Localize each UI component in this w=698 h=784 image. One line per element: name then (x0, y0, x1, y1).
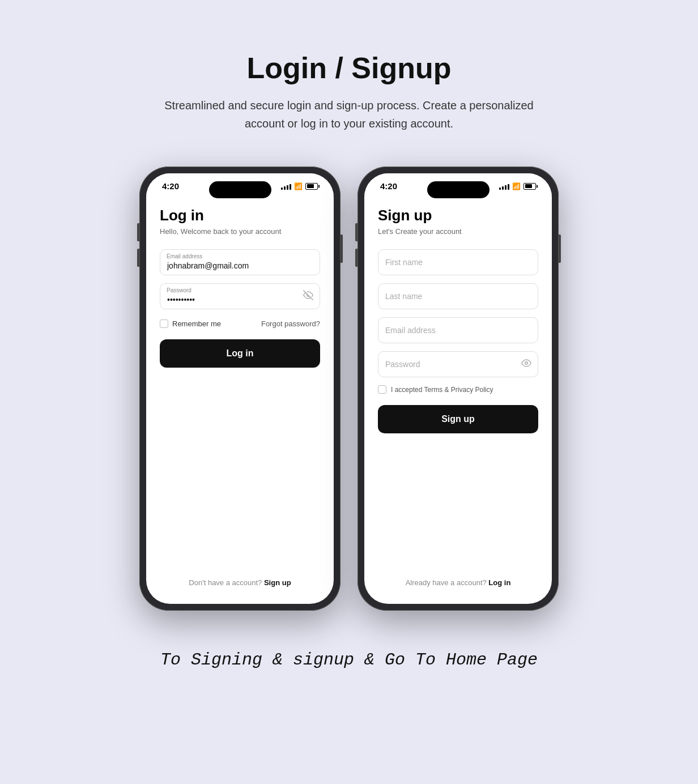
remember-me-text: Remember me (172, 319, 221, 328)
eye-hidden-icon[interactable] (303, 290, 313, 302)
remember-forgot-row: Remember me Forgot password? (160, 319, 320, 328)
wifi-icon-signup: 📶 (512, 182, 521, 190)
phones-container: 4:20 📶 (139, 167, 559, 611)
signup-bottom-text: Already have a account? Log in (378, 578, 538, 587)
page-wrapper: Login / Signup Streamlined and secure lo… (11, 23, 687, 704)
status-time-login: 4:20 (162, 181, 179, 191)
status-time-signup: 4:20 (380, 181, 397, 191)
login-bottom-text: Don't have a account? Sign up (160, 578, 320, 587)
signal-bar-1s (499, 188, 501, 190)
lastname-input-group (378, 283, 538, 309)
volume-up-btn-signup (355, 223, 357, 241)
signup-content: Sign up Let's Create your account (364, 195, 552, 604)
signup-email-input-group (378, 317, 538, 343)
page-subtitle: Streamlined and secure login and sign-up… (162, 96, 536, 133)
signal-bar-3s (505, 185, 507, 190)
battery-icon-signup (524, 183, 536, 190)
signup-password-input-group (378, 351, 538, 377)
login-screen: 4:20 📶 (146, 173, 334, 604)
signup-screen: 4:20 📶 (364, 173, 552, 604)
signal-bar-4s (508, 184, 509, 190)
password-input[interactable] (160, 283, 320, 309)
email-input[interactable] (160, 249, 320, 275)
email-input-group: Email address (160, 249, 320, 275)
battery-fill (307, 184, 314, 188)
firstname-input[interactable] (378, 249, 538, 275)
firstname-input-group (378, 249, 538, 275)
signal-icon (281, 183, 291, 190)
volume-up-btn (137, 223, 139, 241)
signal-bar-1 (281, 188, 283, 190)
remember-me-label[interactable]: Remember me (160, 319, 221, 328)
terms-text: I accepted Terms & Privacy Policy (391, 386, 493, 394)
signal-bar-2s (502, 186, 504, 190)
signup-login-link[interactable]: Log in (488, 578, 510, 587)
remember-me-checkbox[interactable] (160, 319, 168, 328)
volume-down-btn-signup (355, 249, 357, 267)
battery-fill-signup (525, 184, 533, 188)
signup-phone: 4:20 📶 (357, 167, 559, 611)
login-phone: 4:20 📶 (139, 167, 341, 611)
lastname-input[interactable] (378, 283, 538, 309)
power-btn-signup (559, 235, 561, 263)
signal-bar-4 (290, 184, 291, 190)
signup-email-input[interactable] (378, 317, 538, 343)
signal-icon-signup (499, 183, 509, 190)
signup-subheading: Let's Create your account (378, 227, 538, 236)
wifi-icon: 📶 (294, 182, 303, 190)
svg-point-1 (525, 362, 528, 365)
eye-visible-icon[interactable] (521, 358, 531, 370)
forgot-password-link[interactable]: Forgot password? (261, 319, 320, 328)
signup-heading: Sign up (378, 207, 538, 224)
login-subheading: Hello, Welcome back to your account (160, 227, 320, 236)
login-heading: Log in (160, 207, 320, 224)
signup-bottom-plain: Already have a account? (406, 578, 487, 587)
signup-button[interactable]: Sign up (378, 405, 538, 433)
signup-password-input[interactable] (378, 351, 538, 377)
signal-bar-2 (284, 186, 286, 190)
page-caption: To Signing & signup & Go To Home Page (160, 650, 538, 670)
password-input-group: Password (160, 283, 320, 309)
signal-bar-3 (287, 185, 288, 190)
status-icons-login: 📶 (281, 182, 318, 190)
login-bottom-plain: Don't have a account? (189, 578, 262, 587)
dynamic-island-signup (427, 181, 490, 198)
power-btn (341, 235, 343, 263)
dynamic-island-login (209, 181, 271, 198)
terms-checkbox[interactable] (378, 385, 386, 394)
login-signup-link[interactable]: Sign up (264, 578, 291, 587)
terms-row: I accepted Terms & Privacy Policy (378, 385, 538, 394)
page-title: Login / Signup (246, 51, 451, 85)
login-content: Log in Hello, Welcome back to your accou… (146, 195, 334, 604)
volume-down-btn (137, 249, 139, 267)
login-button[interactable]: Log in (160, 339, 320, 368)
status-icons-signup: 📶 (499, 182, 536, 190)
battery-icon (305, 183, 318, 190)
